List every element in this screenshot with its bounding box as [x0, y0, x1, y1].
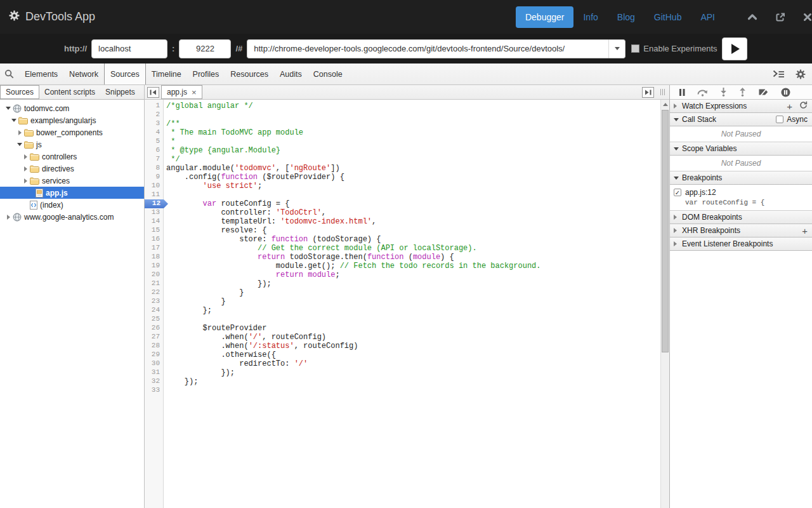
section-header-event-listener-breakpoints[interactable]: Event Listener Breakpoints — [670, 237, 812, 251]
line-number[interactable]: 19 — [145, 262, 163, 271]
line-number[interactable]: 16 — [145, 235, 163, 244]
line-number[interactable]: 17 — [145, 244, 163, 253]
line-number[interactable]: 18 — [145, 253, 163, 262]
line-number[interactable]: 9 — [145, 173, 163, 182]
external-link-icon[interactable] — [775, 12, 785, 22]
line-number[interactable]: 20 — [145, 271, 163, 279]
section-header-call-stack[interactable]: Call StackAsync — [670, 113, 812, 126]
line-number[interactable]: 32 — [145, 377, 163, 386]
pause-icon[interactable] — [679, 89, 685, 96]
breakpoint-entry[interactable]: ✓app.js:12var routeConfig = { — [670, 185, 812, 211]
enable-experiments-checkbox[interactable] — [631, 44, 639, 53]
step-into-icon[interactable] — [720, 88, 727, 97]
close-icon[interactable] — [803, 13, 812, 22]
tab-console[interactable]: Console — [308, 64, 348, 84]
line-number[interactable]: 26 — [145, 324, 163, 333]
line-number[interactable]: 22 — [145, 288, 163, 297]
disclosure-closed-icon[interactable] — [22, 178, 29, 184]
tab-sources[interactable]: Sources — [104, 64, 146, 84]
tree-item-examples-angularjs[interactable]: examples/angularjs — [0, 114, 144, 126]
line-number[interactable]: 2 — [145, 110, 163, 119]
line-number[interactable]: 3 — [145, 119, 163, 128]
line-number[interactable]: 30 — [145, 359, 163, 368]
line-number[interactable]: 14 — [145, 217, 163, 226]
line-number[interactable]: 7 — [145, 155, 163, 164]
nav-item-github[interactable]: GitHub — [645, 6, 691, 28]
section-header-breakpoints[interactable]: Breakpoints — [670, 171, 812, 185]
step-over-icon[interactable] — [697, 88, 708, 97]
navigator-tab-content-scripts[interactable]: Content scripts — [39, 85, 100, 99]
section-header-scope-variables[interactable]: Scope Variables — [670, 142, 812, 156]
nav-item-api[interactable]: API — [691, 6, 724, 28]
host-input[interactable] — [91, 39, 167, 58]
source-code[interactable]: /*global angular *//** * The main TodoMV… — [164, 100, 669, 508]
tab-timeline[interactable]: Timeline — [146, 64, 187, 84]
line-number[interactable]: 8 — [145, 164, 163, 173]
search-icon[interactable] — [4, 69, 14, 79]
line-number[interactable]: 31 — [145, 368, 163, 377]
line-number[interactable]: 10 — [145, 182, 163, 190]
connect-play-button[interactable] — [722, 37, 747, 60]
nav-item-debugger[interactable]: Debugger — [516, 6, 574, 28]
hide-navigator-button[interactable] — [147, 87, 159, 98]
line-number[interactable]: 11 — [145, 190, 163, 199]
refresh-icon[interactable] — [799, 101, 808, 111]
breakpoint-checkbox[interactable]: ✓ — [674, 189, 681, 196]
scrollbar-up-arrow[interactable] — [661, 100, 669, 109]
disclosure-open-icon[interactable] — [5, 107, 11, 110]
editor-tab-appjs[interactable]: app.js × — [161, 85, 202, 99]
tree-item-directives[interactable]: directives — [0, 163, 144, 175]
line-number-gutter[interactable]: 1234567891011121314151617181920212223242… — [145, 100, 164, 508]
line-number[interactable]: 29 — [145, 351, 163, 359]
section-header-xhr-breakpoints[interactable]: XHR Breakpoints+ — [670, 224, 812, 237]
step-out-icon[interactable] — [739, 88, 746, 97]
navigator-tab-sources[interactable]: Sources — [0, 85, 39, 99]
tree-item-www-google-analytics-com[interactable]: www.google-analytics.com — [0, 211, 144, 223]
tree-item-app-js[interactable]: app.js — [0, 187, 144, 199]
line-number[interactable]: 33 — [145, 386, 163, 395]
line-number[interactable]: 1 — [145, 102, 163, 110]
line-number[interactable]: 24 — [145, 306, 163, 315]
line-number[interactable]: 6 — [145, 146, 163, 155]
tab-resources[interactable]: Resources — [225, 64, 274, 84]
pause-on-exceptions-icon[interactable] — [781, 88, 790, 97]
settings-gear-icon[interactable] — [796, 69, 806, 79]
deactivate-breakpoints-icon[interactable] — [758, 88, 769, 97]
line-number[interactable]: 23 — [145, 297, 163, 306]
port-input[interactable] — [179, 39, 231, 58]
navigator-tab-snippets[interactable]: Snippets — [100, 85, 140, 99]
tree-item-js[interactable]: js — [0, 138, 144, 150]
tree-item-bower-components[interactable]: bower_components — [0, 126, 144, 138]
tab-network[interactable]: Network — [63, 64, 104, 84]
tree-item-todomvc-com[interactable]: todomvc.com — [0, 102, 144, 114]
tab-profiles[interactable]: Profiles — [187, 64, 225, 84]
tree-item-services[interactable]: services — [0, 175, 144, 187]
nav-item-info[interactable]: Info — [573, 6, 607, 28]
hide-sidebar-button[interactable] — [642, 87, 654, 98]
section-header-watch-expressions[interactable]: Watch Expressions+ — [670, 100, 812, 113]
url-input[interactable] — [247, 39, 608, 58]
tab-elements[interactable]: Elements — [19, 64, 63, 84]
breakpoint-line-number[interactable]: 12 — [145, 199, 168, 208]
disclosure-open-icon[interactable] — [16, 143, 23, 146]
nav-item-blog[interactable]: Blog — [608, 6, 645, 28]
chevron-up-icon[interactable] — [747, 13, 757, 20]
tree-item-index[interactable]: (index) — [0, 199, 144, 211]
disclosure-closed-icon[interactable] — [22, 166, 29, 171]
tab-close-icon[interactable]: × — [192, 88, 197, 97]
section-header-dom-breakpoints[interactable]: DOM Breakpoints — [670, 211, 812, 224]
disclosure-closed-icon[interactable] — [5, 215, 11, 220]
editor-scrollbar[interactable] — [660, 100, 669, 508]
line-number[interactable]: 15 — [145, 226, 163, 235]
disclosure-open-icon[interactable] — [11, 119, 17, 122]
disclosure-closed-icon[interactable] — [16, 130, 23, 135]
add-icon[interactable]: + — [787, 102, 792, 111]
tab-audits[interactable]: Audits — [274, 64, 308, 84]
line-number[interactable]: 28 — [145, 342, 163, 351]
disclosure-closed-icon[interactable] — [22, 154, 29, 159]
line-number[interactable]: 21 — [145, 279, 163, 288]
line-number[interactable]: 4 — [145, 128, 163, 137]
line-number[interactable]: 25 — [145, 315, 163, 324]
console-drawer-icon[interactable] — [773, 70, 785, 78]
scrollbar-thumb[interactable] — [662, 110, 669, 352]
